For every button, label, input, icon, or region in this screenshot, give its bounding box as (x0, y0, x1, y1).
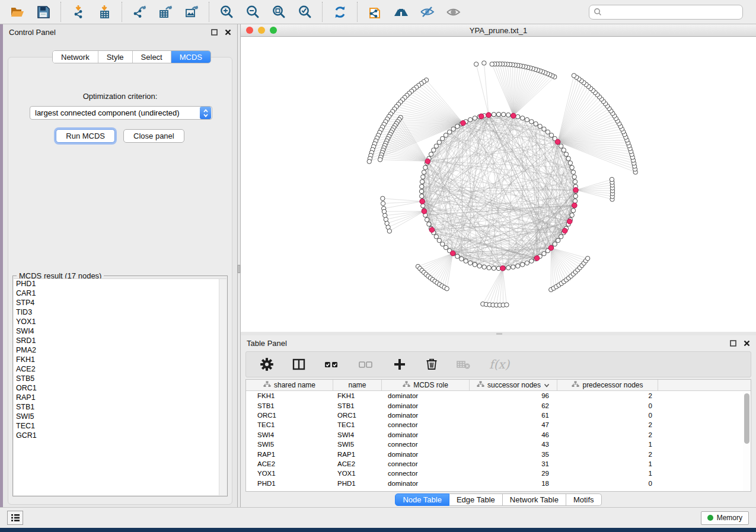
zoom-out-icon[interactable] (244, 3, 261, 21)
network-node[interactable] (421, 204, 425, 208)
network-node[interactable] (538, 124, 542, 129)
table-cell[interactable]: dominator (382, 451, 470, 458)
network-node-selected[interactable] (420, 199, 425, 204)
network-node[interactable] (570, 165, 574, 169)
network-node[interactable] (419, 189, 423, 193)
network-node[interactable] (610, 177, 614, 181)
tab-node-table[interactable]: Node Table (395, 493, 449, 506)
network-node[interactable] (562, 148, 566, 152)
mcds-result-item[interactable]: PHD1 (14, 279, 227, 289)
network-node[interactable] (553, 242, 557, 246)
table-cell[interactable]: dominator (382, 392, 470, 399)
table-row[interactable]: ACE2ACE2connector311 (246, 459, 751, 469)
network-node[interactable] (505, 303, 509, 307)
network-node[interactable] (482, 61, 486, 65)
table-cell[interactable]: dominator (382, 480, 470, 487)
table-cell[interactable]: 2 (557, 451, 658, 458)
table-cell[interactable]: ACE2 (333, 460, 382, 467)
network-node[interactable] (546, 130, 550, 134)
table-cell[interactable]: 2 (557, 392, 658, 399)
network-node[interactable] (572, 175, 576, 179)
refresh-icon[interactable] (331, 3, 349, 21)
mcds-result-item[interactable]: ACE2 (14, 364, 227, 374)
table-cell[interactable]: 0 (557, 412, 658, 419)
table-cell[interactable]: 29 (470, 470, 557, 477)
table-row[interactable]: SWI4SWI4dominator462 (246, 430, 751, 440)
network-node[interactable] (437, 140, 441, 144)
network-node-selected[interactable] (425, 159, 430, 164)
mcds-list-scrollbar[interactable] (219, 279, 227, 495)
network-node[interactable] (455, 124, 460, 129)
network-window-titlebar[interactable]: YPA_prune.txt_1 (241, 24, 756, 37)
horizontal-splitter-handle[interactable] (496, 333, 502, 335)
table-cell[interactable]: PHD1 (333, 480, 382, 487)
task-history-button[interactable] (7, 511, 23, 525)
mcds-result-item[interactable]: FKH1 (14, 355, 227, 364)
table-cell[interactable]: dominator (382, 402, 470, 409)
mcds-result-item[interactable]: SWI4 (14, 326, 227, 336)
network-node[interactable] (585, 256, 589, 260)
table-cell[interactable]: 1 (557, 460, 658, 467)
network-node[interactable] (381, 201, 385, 206)
network-node[interactable] (559, 235, 563, 239)
network-node[interactable] (367, 159, 371, 164)
network-node[interactable] (420, 194, 424, 198)
maximize-window-icon[interactable] (270, 27, 277, 34)
network-node[interactable] (434, 144, 438, 148)
network-node[interactable] (441, 136, 445, 140)
tab-mcds[interactable]: MCDS (171, 51, 210, 63)
run-mcds-button[interactable]: Run MCDS (56, 129, 115, 143)
close-panel-icon[interactable] (744, 340, 750, 347)
column-panel-icon[interactable] (290, 355, 308, 373)
table-cell[interactable]: connector (382, 470, 470, 477)
network-node[interactable] (572, 73, 576, 78)
tab-network-table[interactable]: Network Table (503, 493, 566, 506)
first-neighbors-icon[interactable] (366, 3, 384, 21)
table-cell[interactable]: RAP1 (333, 451, 382, 458)
network-node[interactable] (516, 114, 520, 118)
mcds-result-item[interactable]: STB5 (14, 374, 227, 383)
table-cell[interactable]: 2 (557, 431, 658, 438)
table-cell[interactable]: 96 (470, 392, 557, 399)
column-header-name[interactable]: name (333, 380, 382, 390)
network-canvas[interactable] (241, 37, 756, 332)
network-node[interactable] (468, 261, 472, 265)
mcds-result-item[interactable]: SWI5 (14, 412, 227, 421)
float-panel-icon[interactable] (730, 340, 736, 347)
network-node[interactable] (473, 262, 477, 267)
table-row[interactable]: STB1STB1dominator620 (246, 400, 751, 410)
tab-motifs[interactable]: Motifs (566, 493, 602, 506)
network-node[interactable] (496, 112, 500, 116)
import-network-icon[interactable] (69, 3, 87, 21)
network-node[interactable] (506, 265, 511, 270)
column-header-predecessor-nodes[interactable]: predecessor nodes (557, 380, 658, 390)
mcds-result-item[interactable]: STP4 (14, 298, 227, 307)
network-node[interactable] (573, 180, 577, 184)
network-node-selected[interactable] (479, 114, 484, 119)
table-cell[interactable]: connector (382, 460, 470, 467)
table-cell[interactable]: TEC1 (333, 421, 382, 428)
network-node-selected[interactable] (450, 251, 455, 256)
network-node[interactable] (422, 170, 426, 174)
network-node[interactable] (542, 251, 546, 255)
close-panel-icon[interactable] (225, 29, 231, 36)
network-node[interactable] (573, 199, 577, 203)
table-cell[interactable]: STB1 (246, 402, 333, 409)
network-node[interactable] (445, 287, 449, 291)
open-file-icon[interactable] (8, 3, 26, 21)
network-node[interactable] (451, 127, 455, 131)
table-cell[interactable]: 0 (557, 480, 658, 487)
network-node[interactable] (482, 265, 486, 269)
table-row[interactable]: SWI5SWI5connector431 (246, 440, 751, 449)
network-node[interactable] (511, 265, 515, 269)
close-panel-button[interactable]: Close panel (123, 129, 184, 143)
network-node-selected[interactable] (567, 219, 572, 224)
network-node[interactable] (492, 266, 496, 270)
table-cell[interactable]: SWI5 (246, 441, 333, 448)
network-node[interactable] (564, 152, 568, 156)
table-row[interactable]: YOX1YOX1connector291 (246, 469, 751, 478)
close-window-icon[interactable] (246, 27, 253, 34)
table-cell[interactable]: FKH1 (333, 392, 382, 399)
table-cell[interactable]: SWI5 (333, 441, 382, 448)
mcds-result-item[interactable]: YOX1 (14, 317, 227, 326)
